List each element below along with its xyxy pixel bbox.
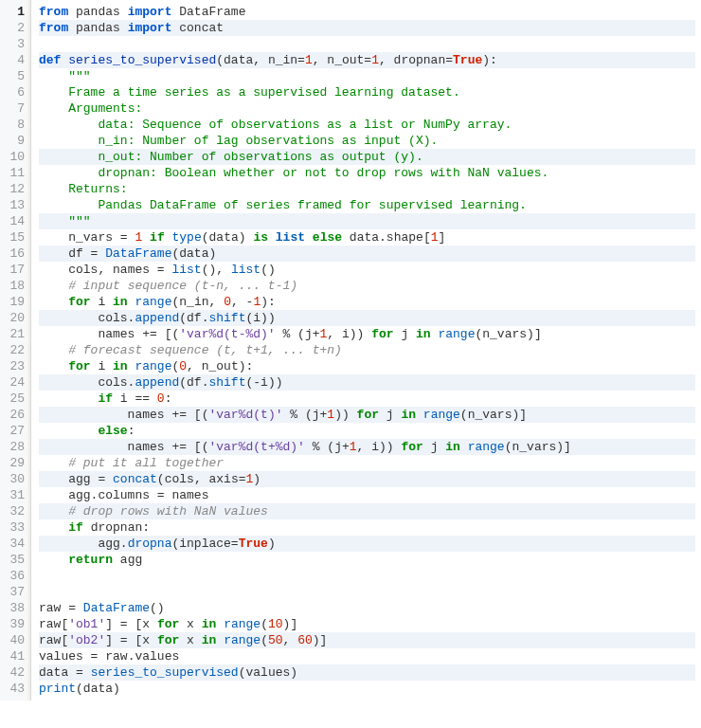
- code-token: names: [39, 408, 171, 422]
- code-line[interactable]: n_out: Number of observations as output …: [39, 149, 695, 165]
- code-line[interactable]: raw['ob1'] = [x for x in range(10)]: [39, 616, 695, 632]
- code-token: n_out: [194, 359, 239, 373]
- code-line[interactable]: values = raw.values: [39, 648, 695, 664]
- code-line[interactable]: [39, 36, 695, 52]
- code-token: agg: [113, 553, 142, 567]
- code-token: inplace: [179, 537, 231, 551]
- code-token: for: [401, 440, 422, 454]
- code-line[interactable]: dropnan: Boolean whether or not to drop …: [39, 165, 695, 181]
- line-number: 7: [4, 100, 25, 117]
- code-token: [416, 408, 423, 422]
- code-line[interactable]: # input sequence (t-n, ... t-1): [39, 278, 695, 294]
- code-token: type: [172, 230, 202, 245]
- code-token: in: [202, 617, 217, 631]
- code-token: raw.values: [98, 649, 179, 664]
- code-line[interactable]: n_vars = 1 if type(data) is list else da…: [39, 229, 695, 246]
- code-token: +: [342, 440, 350, 454]
- code-line[interactable]: else:: [39, 423, 695, 439]
- code-line[interactable]: cols, names = list(), list(): [39, 262, 695, 278]
- code-token: ): [482, 53, 490, 67]
- code-token: in: [445, 440, 460, 454]
- code-line[interactable]: raw['ob2'] = [x for x in range(50, 60)]: [39, 632, 695, 648]
- code-token: %: [313, 440, 320, 454]
- code-token: 1: [371, 53, 379, 67]
- code-line[interactable]: Arguments:: [39, 100, 695, 117]
- line-number: 21: [4, 326, 25, 342]
- code-token: (: [202, 230, 209, 245]
- code-token: (: [261, 617, 268, 631]
- line-number: 24: [4, 374, 25, 391]
- code-token: (: [76, 682, 83, 696]
- code-line[interactable]: def series_to_supervised(data, n_in=1, n…: [39, 52, 695, 68]
- code-line[interactable]: agg.dropna(inplace=True): [39, 536, 695, 552]
- code-line[interactable]: for i in range(0, n_out):: [39, 358, 695, 374]
- code-token: concat: [113, 472, 157, 486]
- line-number: 16: [4, 246, 25, 262]
- code-token: [187, 440, 194, 454]
- code-token: n_in: [179, 295, 208, 309]
- line-number: 17: [4, 262, 25, 278]
- code-token: 50: [268, 633, 283, 647]
- code-line[interactable]: agg.columns = names: [39, 487, 695, 503]
- code-line[interactable]: raw = DataFrame(): [39, 600, 695, 616]
- code-token: [305, 230, 313, 245]
- code-token: in: [202, 633, 217, 647]
- code-line[interactable]: n_in: Number of lag observations as inpu…: [39, 133, 695, 149]
- code-token: =: [76, 665, 83, 680]
- code-token: range: [224, 617, 261, 631]
- code-token: :: [128, 424, 135, 438]
- code-token: ==: [135, 391, 150, 406]
- code-line[interactable]: agg = concat(cols, axis=1): [39, 471, 695, 487]
- code-line[interactable]: data = series_to_supervised(values): [39, 664, 695, 681]
- code-line[interactable]: [39, 584, 695, 600]
- code-line[interactable]: print(data): [39, 681, 695, 697]
- code-line[interactable]: names += [('var%d(t)' % (j+1)) for j in …: [39, 407, 695, 423]
- code-token: [39, 182, 68, 196]
- code-token: (: [157, 472, 165, 486]
- code-line[interactable]: """: [39, 68, 695, 84]
- code-token: [460, 440, 468, 454]
- code-token: [39, 150, 98, 164]
- line-number: 36: [4, 568, 25, 584]
- code-line[interactable]: df = DataFrame(data): [39, 246, 695, 262]
- code-token: range: [224, 633, 261, 647]
- code-line[interactable]: names += [('var%d(t+%d)' % (j+1, i)) for…: [39, 439, 695, 455]
- code-line[interactable]: return agg: [39, 552, 695, 568]
- code-line[interactable]: if i == 0:: [39, 391, 695, 407]
- code-token: cols.: [39, 311, 135, 325]
- code-line[interactable]: from pandas import DataFrame: [39, 4, 695, 20]
- code-line[interactable]: cols.append(df.shift(-i)): [39, 374, 695, 391]
- code-line[interactable]: Returns:: [39, 181, 695, 197]
- code-token: """: [68, 214, 90, 228]
- code-token: [150, 391, 157, 406]
- code-area[interactable]: from pandas import DataFramefrom pandas …: [31, 0, 701, 701]
- code-line[interactable]: names += [('var%d(t-%d)' % (j+1, i)) for…: [39, 326, 695, 342]
- code-token: raw: [39, 601, 68, 615]
- code-token: import: [128, 5, 172, 19]
- code-line[interactable]: cols.append(df.shift(i)): [39, 310, 695, 326]
- code-token: agg: [39, 472, 98, 486]
- code-line[interactable]: # put it all together: [39, 455, 695, 471]
- code-token: names: [105, 263, 157, 277]
- code-token: print: [39, 682, 76, 696]
- code-token: [305, 440, 313, 454]
- code-line[interactable]: for i in range(n_in, 0, -1):: [39, 294, 695, 310]
- code-line[interactable]: from pandas import concat: [39, 20, 695, 36]
- code-line[interactable]: [39, 568, 695, 584]
- code-line[interactable]: # drop rows with NaN values: [39, 503, 695, 519]
- line-number: 18: [4, 278, 25, 294]
- code-token: [(: [194, 408, 209, 422]
- code-line[interactable]: Pandas DataFrame of series framed for su…: [39, 197, 695, 213]
- code-line[interactable]: # forecast sequence (t, t+1, ... t+n): [39, 342, 695, 358]
- code-token: ,: [194, 472, 202, 486]
- code-token: names: [39, 327, 142, 341]
- line-number: 15: [4, 229, 25, 246]
- code-line[interactable]: Frame a time series as a supervised lear…: [39, 84, 695, 100]
- code-token: =: [157, 488, 165, 502]
- code-editor: 1234567891011121314151617181920212223242…: [0, 0, 701, 701]
- code-line[interactable]: data: Sequence of observations as a list…: [39, 117, 695, 133]
- code-token: (): [150, 601, 165, 615]
- code-line[interactable]: if dropnan:: [39, 519, 695, 536]
- code-line[interactable]: """: [39, 213, 695, 229]
- code-token: dropnan: [83, 520, 142, 535]
